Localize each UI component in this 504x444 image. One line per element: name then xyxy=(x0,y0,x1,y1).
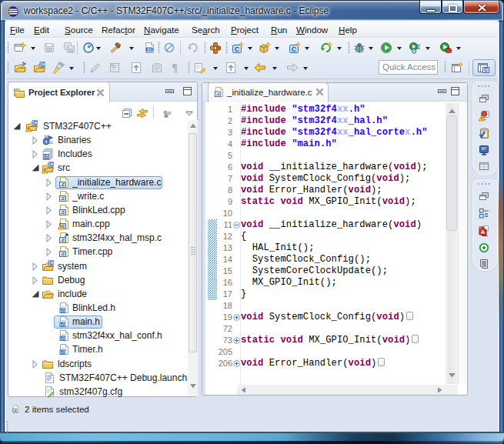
svg-text:.c: .c xyxy=(61,237,65,242)
svg-text:01: 01 xyxy=(49,140,54,145)
svg-text:.c: .c xyxy=(61,182,65,187)
svg-text:.c: .c xyxy=(61,252,65,257)
svg-text:C: C xyxy=(292,45,297,53)
svg-text:¶: ¶ xyxy=(172,62,178,74)
svg-text:.c: .c xyxy=(61,209,65,215)
svg-text:h: h xyxy=(45,154,48,159)
svg-text:h: h xyxy=(61,322,64,327)
svg-text:C: C xyxy=(235,45,240,53)
svg-text:C: C xyxy=(49,162,53,167)
svg-text:.c: .c xyxy=(61,195,65,201)
svg-text:C: C xyxy=(484,67,488,72)
svg-text:h: h xyxy=(61,349,64,355)
svg-text:h: h xyxy=(61,336,64,341)
svg-text:C: C xyxy=(41,62,45,67)
svg-text:h: h xyxy=(61,308,64,313)
svg-text:C: C xyxy=(49,260,53,265)
svg-text:010: 010 xyxy=(146,47,153,52)
svg-text:.c: .c xyxy=(14,409,17,412)
svg-text:C: C xyxy=(33,120,37,125)
svg-text:A: A xyxy=(481,229,486,235)
svg-text:.c: .c xyxy=(216,91,221,96)
